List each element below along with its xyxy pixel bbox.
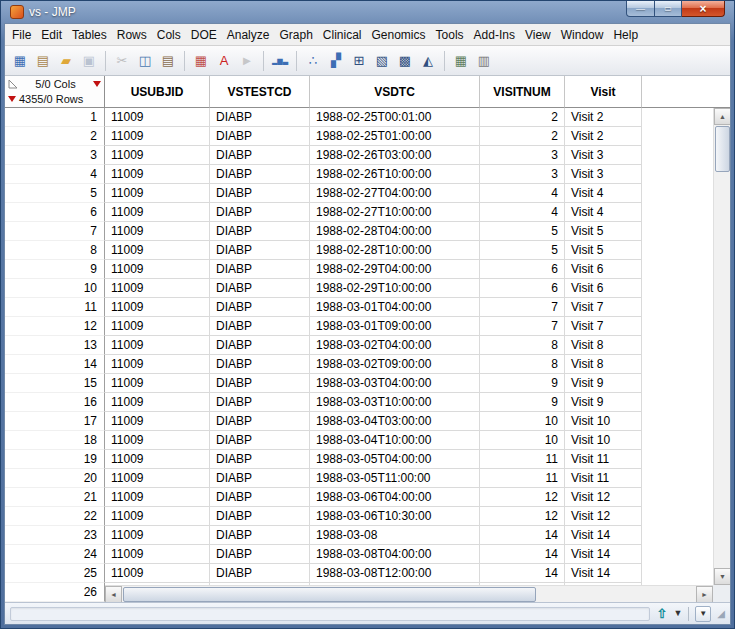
row-number-cell[interactable]: 26: [5, 583, 105, 602]
cell-usubjid[interactable]: 11009: [105, 431, 210, 450]
row-number-cell[interactable]: 24: [5, 545, 105, 564]
cell-visitnum[interactable]: 2: [480, 108, 565, 127]
cell-vsdtc[interactable]: 1988-02-27T04:00:00: [310, 184, 480, 203]
row-number-cell[interactable]: 15: [5, 374, 105, 393]
menu-item-edit[interactable]: Edit: [36, 24, 67, 45]
row-number-cell[interactable]: 25: [5, 564, 105, 583]
cell-usubjid[interactable]: 11009: [105, 336, 210, 355]
cell-usubjid[interactable]: 11009: [105, 564, 210, 583]
cell-vstestcd[interactable]: DIABP: [210, 241, 310, 260]
cell-visit[interactable]: Visit 14: [565, 526, 642, 545]
column-header-visit[interactable]: Visit: [565, 76, 642, 108]
row-number-cell[interactable]: 17: [5, 412, 105, 431]
cell-visit[interactable]: Visit 3: [565, 165, 642, 184]
cell-usubjid[interactable]: 11009: [105, 165, 210, 184]
cell-visitnum[interactable]: 9: [480, 393, 565, 412]
panel-disclosure-icon[interactable]: [8, 79, 18, 89]
row-number-cell[interactable]: 4: [5, 165, 105, 184]
cell-visit[interactable]: Visit 9: [565, 374, 642, 393]
cell-vstestcd[interactable]: DIABP: [210, 222, 310, 241]
cell-visitnum[interactable]: 8: [480, 336, 565, 355]
column-header-vstestcd[interactable]: VSTESTCD: [210, 76, 310, 108]
cell-vsdtc[interactable]: 1988-02-27T10:00:00: [310, 203, 480, 222]
save-icon[interactable]: ▣: [78, 50, 100, 72]
menu-item-rows[interactable]: Rows: [112, 24, 152, 45]
menu-item-tables[interactable]: Tables: [67, 24, 112, 45]
cell-vsdtc[interactable]: 1988-02-25T01:00:00: [310, 127, 480, 146]
cell-vstestcd[interactable]: DIABP: [210, 336, 310, 355]
cell-usubjid[interactable]: 11009: [105, 412, 210, 431]
row-number-cell[interactable]: 22: [5, 507, 105, 526]
menu-item-genomics[interactable]: Genomics: [367, 24, 431, 45]
layout-icon[interactable]: ▥: [473, 50, 495, 72]
cell-usubjid[interactable]: 11009: [105, 469, 210, 488]
modeling-icon[interactable]: ▧: [371, 50, 393, 72]
open-icon[interactable]: ▰: [55, 50, 77, 72]
cell-visit[interactable]: Visit 10: [565, 431, 642, 450]
row-number-cell[interactable]: 1: [5, 108, 105, 127]
cell-visitnum[interactable]: 12: [480, 507, 565, 526]
row-number-cell[interactable]: 16: [5, 393, 105, 412]
cell-vstestcd[interactable]: DIABP: [210, 469, 310, 488]
horizontal-scroll-track[interactable]: [122, 586, 696, 602]
cell-visitnum[interactable]: 7: [480, 298, 565, 317]
cell-usubjid[interactable]: 11009: [105, 298, 210, 317]
row-number-cell[interactable]: 6: [5, 203, 105, 222]
cell-visitnum[interactable]: 14: [480, 526, 565, 545]
cell-vsdtc[interactable]: 1988-03-02T04:00:00: [310, 336, 480, 355]
row-number-cell[interactable]: 10: [5, 279, 105, 298]
cell-vsdtc[interactable]: 1988-03-01T04:00:00: [310, 298, 480, 317]
column-header-visitnum[interactable]: VISITNUM: [480, 76, 565, 108]
cell-usubjid[interactable]: 11009: [105, 279, 210, 298]
cell-visitnum[interactable]: 11: [480, 469, 565, 488]
cell-vsdtc[interactable]: 1988-03-08T12:00:00: [310, 564, 480, 583]
close-button[interactable]: ×: [682, 1, 725, 17]
cell-visitnum[interactable]: 10: [480, 412, 565, 431]
cell-vstestcd[interactable]: DIABP: [210, 108, 310, 127]
cell-vsdtc[interactable]: 1988-03-04T03:00:00: [310, 412, 480, 431]
scroll-right-button[interactable]: ►: [696, 586, 713, 602]
cell-vstestcd[interactable]: DIABP: [210, 374, 310, 393]
cell-visitnum[interactable]: 9: [480, 374, 565, 393]
cell-vsdtc[interactable]: 1988-03-08: [310, 526, 480, 545]
column-header-vsdtc[interactable]: VSDTC: [310, 76, 480, 108]
cell-vstestcd[interactable]: DIABP: [210, 412, 310, 431]
cell-visitnum[interactable]: 3: [480, 146, 565, 165]
column-header-usubjid[interactable]: USUBJID: [105, 76, 210, 108]
cell-usubjid[interactable]: 11009: [105, 488, 210, 507]
cell-usubjid[interactable]: 11009: [105, 241, 210, 260]
row-number-cell[interactable]: 8: [5, 241, 105, 260]
cell-vsdtc[interactable]: 1988-02-26T03:00:00: [310, 146, 480, 165]
cell-usubjid[interactable]: 11009: [105, 393, 210, 412]
cell-usubjid[interactable]: 11009: [105, 355, 210, 374]
rows-red-triangle-icon[interactable]: [8, 96, 16, 102]
menu-item-cols[interactable]: Cols: [152, 24, 186, 45]
cell-visit[interactable]: Visit 9: [565, 393, 642, 412]
cell-visit[interactable]: Visit 12: [565, 488, 642, 507]
fit-y-by-x-icon[interactable]: ∴: [302, 50, 324, 72]
cell-vsdtc[interactable]: 1988-03-02T09:00:00: [310, 355, 480, 374]
cell-vsdtc[interactable]: 1988-02-29T10:00:00: [310, 279, 480, 298]
cell-vsdtc[interactable]: 1988-02-26T10:00:00: [310, 165, 480, 184]
row-number-cell[interactable]: 11: [5, 298, 105, 317]
row-number-cell[interactable]: 23: [5, 526, 105, 545]
cell-visitnum[interactable]: 10: [480, 431, 565, 450]
corner-menu-icon[interactable]: ▼: [695, 606, 711, 622]
cell-vsdtc[interactable]: 1988-03-03T04:00:00: [310, 374, 480, 393]
cell-vstestcd[interactable]: DIABP: [210, 507, 310, 526]
cell-vstestcd[interactable]: DIABP: [210, 488, 310, 507]
cell-visit[interactable]: Visit 8: [565, 355, 642, 374]
run-script-icon[interactable]: ►: [236, 50, 258, 72]
row-number-cell[interactable]: 20: [5, 469, 105, 488]
cell-visit[interactable]: Visit 4: [565, 184, 642, 203]
cell-visitnum[interactable]: 14: [480, 564, 565, 583]
cell-vsdtc[interactable]: 1988-03-03T10:00:00: [310, 393, 480, 412]
cell-vstestcd[interactable]: DIABP: [210, 564, 310, 583]
cell-vstestcd[interactable]: DIABP: [210, 127, 310, 146]
menu-item-file[interactable]: File: [7, 24, 36, 45]
menu-item-tools[interactable]: Tools: [431, 24, 469, 45]
cell-visitnum[interactable]: 6: [480, 260, 565, 279]
menu-item-analyze[interactable]: Analyze: [222, 24, 275, 45]
cell-visit[interactable]: Visit 10: [565, 412, 642, 431]
cell-visitnum[interactable]: 4: [480, 184, 565, 203]
